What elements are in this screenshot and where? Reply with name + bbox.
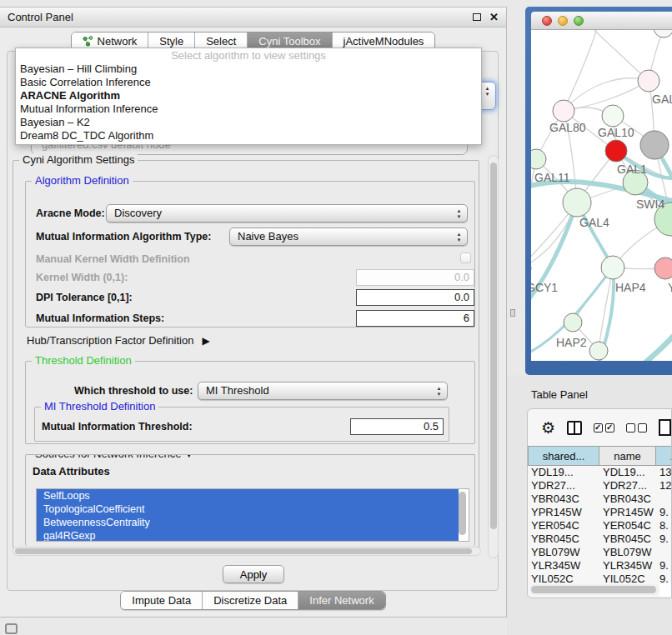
table-body: YDL19...YDL19...13YDR27...YDR27...12YBR0… [528,466,672,586]
manual-kernel-width-checkbox [460,252,471,263]
network-node-gal[interactable] [638,70,659,92]
table-row[interactable]: YBL079WYBL079W [528,546,672,559]
hub-expander-label: Hub/Transcription Factor Definition [27,334,193,347]
network-node-gal80[interactable] [553,100,574,122]
table-row[interactable]: YDL19...YDL19...13 [528,466,672,479]
sources-group-title[interactable]: Sources for Network Inference ▼ [32,454,197,460]
algorithm-option-bayesian-k2[interactable]: Bayesian – K2 [16,116,481,129]
table-scrollbar-thumb[interactable] [531,586,656,593]
vertical-scrollbar-thumb[interactable] [490,162,497,529]
select-all-checkboxes-icon[interactable] [594,423,614,432]
table-horizontal-scrollbar[interactable] [529,584,659,595]
network-node-hap4[interactable] [601,256,624,279]
tab-discretize-data[interactable]: Discretize Data [202,592,298,609]
group-title: Algorithm Definition [32,174,133,187]
table-row[interactable]: YBR043CYBR043C [528,492,672,506]
algorithm-option-aracne-algorithm[interactable]: ARACNE Algorithm [16,89,481,102]
algorithm-option-dream8-dc-tdc-algorithm[interactable]: Dream8 DC_TDC Algorithm [16,129,481,142]
hub-transcription-expander[interactable]: Hub/Transcription Factor Definition▶ [27,334,210,347]
table-row[interactable]: YPR145WYPR145W9. [528,506,672,519]
aracne-mode-combo[interactable]: Discovery ▲▼ [106,204,468,222]
network-window-titlebar[interactable] [531,12,672,30]
table-cell: 9. [656,559,672,572]
mi-steps-field[interactable]: 6 [356,310,474,327]
float-window-button[interactable] [473,13,481,21]
close-traffic-light[interactable] [542,16,552,26]
table-cell: YBL079W [599,546,656,559]
network-node-gal4[interactable] [563,188,591,217]
table-panel-window: ⚙ shared...nameA YDL19...YDL19...13YDR27… [527,408,672,598]
table-cell: YPR145W [528,506,599,519]
which-threshold-combo[interactable]: MI Threshold ▲▼ [198,382,448,400]
algorithm-option-basic-correlation-inference[interactable]: Basic Correlation Inference [16,76,481,89]
dpi-tolerance-field[interactable]: 0.0 [356,289,474,306]
combo-arrows-icon: ▲▼ [455,232,463,243]
zoom-traffic-light[interactable] [574,16,584,26]
tab-label: Select [206,35,236,48]
minimized-panel-icon[interactable] [5,623,18,634]
expanded-arrow-icon: ▼ [184,454,193,459]
attribute-item-topologicalcoefficient[interactable]: TopologicalCoefficient [37,502,459,516]
mi-threshold-value: 0.5 [351,419,443,433]
column-header-name[interactable]: name [599,446,656,466]
algorithm-option-bayesian-hill-climbing[interactable]: Bayesian – Hill Climbing [16,62,481,76]
mi-threshold-definition-group: MI Threshold Definition Mutual Informati… [34,407,449,442]
deselect-all-checkboxes-icon[interactable] [626,423,647,432]
list-scrollbar-thumb[interactable] [459,492,466,535]
node-label-gal4: GAL4 [579,216,609,229]
network-node-top-partial[interactable] [654,30,672,38]
table-cell: YBR043C [599,492,656,506]
split-columns-icon[interactable] [567,421,582,435]
table-cell: 13 [656,466,672,479]
network-node-y[interactable] [654,258,672,279]
apply-button[interactable]: Apply [223,565,284,583]
table-cell [656,546,672,559]
attribute-item-selfloops[interactable]: SelfLoops [37,489,459,502]
mi-threshold-field[interactable]: 0.5 [350,418,444,435]
cyni-bottom-tab-bar: Impute DataDiscretize DataInfer Network [0,591,506,610]
settings-scroll-area: Cyni Algorithm Settings Algorithm Defini… [11,155,488,558]
which-threshold-label: Which threshold to use: [74,385,193,397]
table-row[interactable]: YBR045CYBR045C9. [528,532,672,546]
scrollbar-corner [659,582,672,597]
network-node-gal10[interactable] [602,105,624,127]
data-attributes-list[interactable]: SelfLoopsTopologicalCoefficientBetweenne… [36,488,469,542]
network-node-bottom-node[interactable] [589,342,608,360]
column-header-a[interactable]: A [656,446,672,466]
table-cell: YLR345W [599,559,656,572]
control-panel-title: Control Panel [8,11,473,23]
table-row[interactable]: YDR27...YDR27...12 [528,479,672,492]
minimize-traffic-light[interactable] [558,16,568,26]
tab-infer-network[interactable]: Infer Network [298,592,384,609]
tab-impute-data[interactable]: Impute Data [121,592,202,609]
network-node-hap2[interactable] [564,313,582,332]
network-node-red-node[interactable] [605,140,627,162]
settings-horizontal-scrollbar[interactable] [13,547,481,556]
data-attributes-label: Data Attributes [33,465,110,478]
table-row[interactable]: YLR345WYLR345W9. [528,559,672,572]
attribute-item-betweennesscentrality[interactable]: BetweennessCentrality [37,516,459,529]
file-icon[interactable] [659,419,671,436]
horizontal-scrollbar-thumb[interactable] [15,548,472,554]
splitter-grip[interactable] [510,309,515,317]
attribute-item-gal4rgexp[interactable]: gal4RGexp [37,529,459,542]
mi-algorithm-type-combo[interactable]: Naive Bayes ▲▼ [229,228,468,246]
control-panel-titlebar: Control Panel ✕ [0,8,506,28]
network-view-window: GALGAL80GAL10GAL11GAL1GAL4SWI4GCY1HAP4YH… [525,7,672,375]
table-cell: YER054C [528,519,599,532]
network-edge [564,30,598,111]
group-title: Threshold Definition [32,354,135,367]
node-label-hap4: HAP4 [615,281,646,294]
settings-vertical-scrollbar[interactable] [488,155,499,558]
network-canvas[interactable]: GALGAL80GAL10GAL11GAL1GAL4SWI4GCY1HAP4YH… [531,30,672,361]
table-cell: YBR043C [528,492,599,506]
dropdown-placeholder: Select algorithm to view settings [16,48,481,62]
table-row[interactable]: YER054CYER054C8. [528,519,672,532]
algorithm-option-mutual-information-inference[interactable]: Mutual Information Inference [16,102,481,116]
tab-label: jActiveMNodules [344,35,424,48]
column-header-shared[interactable]: shared... [528,446,599,466]
mi-steps-label: Mutual Information Steps: [36,312,164,324]
close-window-button[interactable]: ✕ [489,13,499,22]
gear-icon[interactable]: ⚙ [541,420,555,436]
network-node-gray-node[interactable] [640,131,669,159]
